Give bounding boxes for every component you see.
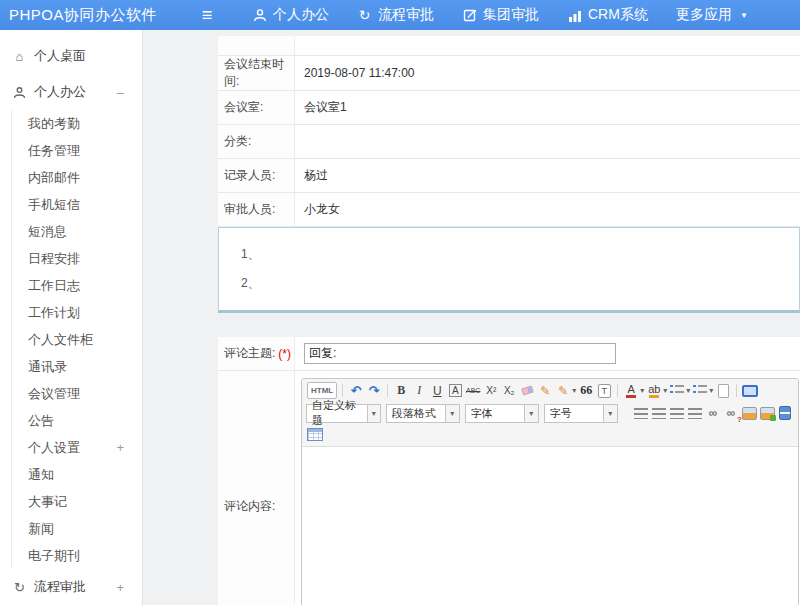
heading-dropdown[interactable]: 自定义标题 ▾ xyxy=(306,404,381,423)
toolbar-divider xyxy=(342,384,343,397)
sidebar-item-news[interactable]: 新闻 xyxy=(0,515,142,542)
collapse-icon[interactable]: – xyxy=(117,85,124,100)
sidebar-item-workflow-approval[interactable]: ↻ 流程审批 + xyxy=(0,569,142,605)
expand-icon[interactable]: + xyxy=(116,434,124,461)
person-icon xyxy=(11,86,28,99)
superscript-icon[interactable]: X² xyxy=(483,382,499,399)
comment-subject-input[interactable] xyxy=(304,343,616,364)
home-icon: ⌂ xyxy=(11,49,28,64)
sidebar-item-notice[interactable]: 通知 xyxy=(0,461,142,488)
expand-icon[interactable]: + xyxy=(116,580,124,595)
nav-crm-system[interactable]: CRM系统 xyxy=(567,6,648,24)
caret-down-icon[interactable]: ▾ xyxy=(663,386,667,395)
sidebar-item-internal-mail[interactable]: 内部邮件 xyxy=(0,164,142,191)
sidebar-item-attendance[interactable]: 我的考勤 xyxy=(0,110,142,137)
field-label: 会议结束时间: xyxy=(218,56,295,90)
paragraph-format-dropdown[interactable]: 段落格式 ▾ xyxy=(386,404,460,423)
table-row-comment-subject: 评论主题: (*) xyxy=(218,337,800,371)
html-source-button[interactable]: HTML xyxy=(307,382,337,399)
sidebar-item-personal-office[interactable]: 个人办公 – xyxy=(0,74,142,110)
ordered-list-icon[interactable] xyxy=(669,382,685,399)
sidebar-item-personal-settings[interactable]: 个人设置 + xyxy=(0,434,142,461)
sidebar-item-e-journal[interactable]: 电子期刊 xyxy=(0,542,142,569)
nav-label: 流程审批 xyxy=(378,6,434,24)
refresh-icon: ↻ xyxy=(357,8,372,23)
main-content: 会议结束时间: 2019-08-07 11:47:00 会议室: 会议室1 分类… xyxy=(144,30,800,605)
caret-down-icon[interactable]: ▾ xyxy=(709,386,713,395)
remove-link-icon[interactable]: ∞ xyxy=(723,405,739,422)
bold-icon[interactable]: B xyxy=(393,382,409,399)
comment-subject-label: 评论主题: xyxy=(224,345,275,362)
editor-toolbar: HTML ↶ ↷ B I U A ABC X² X₂ xyxy=(302,379,798,447)
meeting-content-row: 1、 2、 xyxy=(218,227,800,313)
paint-pen-icon[interactable]: ✎ xyxy=(555,382,571,399)
paste-as-text-icon[interactable]: T xyxy=(596,382,612,399)
fullscreen-icon[interactable] xyxy=(742,382,758,399)
table-row-meeting-room: 会议室: 会议室1 xyxy=(218,91,800,125)
sidebar-item-task-management[interactable]: 任务管理 xyxy=(0,137,142,164)
sidebar-item-work-plan[interactable]: 工作计划 xyxy=(0,299,142,326)
sidebar-item-personal-files[interactable]: 个人文件柜 xyxy=(0,326,142,353)
new-page-icon[interactable] xyxy=(715,382,731,399)
caret-down-icon[interactable]: ▾ xyxy=(572,386,576,395)
hamburger-menu-icon[interactable]: ≡ xyxy=(190,5,224,26)
strikethrough-icon[interactable]: ABC xyxy=(465,382,481,399)
sidebar-item-announcement[interactable]: 公告 xyxy=(0,407,142,434)
toolbar-row-1: HTML ↶ ↷ B I U A ABC X² X₂ xyxy=(306,380,794,401)
nav-more-apps[interactable]: 更多应用 ▼ xyxy=(676,6,748,24)
sidebar-item-mobile-sms[interactable]: 手机短信 xyxy=(0,191,142,218)
unordered-list-icon[interactable] xyxy=(692,382,708,399)
sidebar-item-label: 个人设置 xyxy=(28,440,80,455)
nav-workflow-approval[interactable]: ↻ 流程审批 xyxy=(357,6,434,24)
field-label: 记录人员: xyxy=(218,159,295,192)
caret-down-icon: ▾ xyxy=(603,405,617,422)
sidebar: ⌂ 个人桌面 个人办公 – 我的考勤 任务管理 内部邮件 手机短信 短消息 日程… xyxy=(0,30,143,605)
underline-icon[interactable]: U xyxy=(429,382,445,399)
blockquote-icon[interactable]: 66 xyxy=(578,382,594,399)
sidebar-item-memorabilia[interactable]: 大事记 xyxy=(0,488,142,515)
sidebar-item-work-log[interactable]: 工作日志 xyxy=(0,272,142,299)
align-left-icon[interactable] xyxy=(633,405,649,422)
content-line: 1、 xyxy=(241,240,799,269)
meeting-content-box: 1、 2、 xyxy=(218,227,800,313)
sidebar-item-short-message[interactable]: 短消息 xyxy=(0,218,142,245)
field-value xyxy=(295,125,800,158)
sidebar-item-label: 流程审批 xyxy=(34,578,86,596)
table-row-meeting-end-time: 会议结束时间: 2019-08-07 11:47:00 xyxy=(218,56,800,91)
sidebar-item-schedule[interactable]: 日程安排 xyxy=(0,245,142,272)
font-size-dropdown[interactable]: 字号 ▾ xyxy=(544,404,618,423)
font-style-icon[interactable]: A xyxy=(449,384,462,397)
nav-label: 更多应用 xyxy=(676,6,732,24)
insert-table-icon[interactable] xyxy=(307,426,323,443)
align-center-icon[interactable] xyxy=(651,405,667,422)
caret-down-icon[interactable]: ▾ xyxy=(640,386,644,395)
font-color-icon[interactable]: A xyxy=(623,382,639,399)
editor-content-area[interactable] xyxy=(302,447,798,605)
sidebar-item-contacts[interactable]: 通讯录 xyxy=(0,353,142,380)
content-line: 2、 xyxy=(241,269,799,298)
upload-image-icon[interactable] xyxy=(759,405,775,422)
caret-down-icon[interactable]: ▾ xyxy=(686,386,690,395)
align-right-icon[interactable] xyxy=(669,405,685,422)
subscript-icon[interactable]: X₂ xyxy=(501,382,517,399)
align-justify-icon[interactable] xyxy=(687,405,703,422)
font-family-dropdown[interactable]: 字体 ▾ xyxy=(465,404,539,423)
italic-icon[interactable]: I xyxy=(411,382,427,399)
caret-down-icon: ▾ xyxy=(524,405,538,422)
insert-image-icon[interactable] xyxy=(741,405,757,422)
insert-media-icon[interactable] xyxy=(777,405,793,422)
sidebar-item-meeting-management[interactable]: 会议管理 xyxy=(0,380,142,407)
sidebar-item-personal-desktop[interactable]: ⌂ 个人桌面 xyxy=(0,38,142,74)
nav-personal-office[interactable]: 个人办公 xyxy=(252,6,329,24)
insert-link-icon[interactable]: ∞ xyxy=(705,405,721,422)
toolbar-row-3 xyxy=(306,425,794,444)
caret-down-icon: ▾ xyxy=(367,405,380,422)
remove-format-icon[interactable] xyxy=(519,382,535,399)
format-brush-icon[interactable]: ✎ xyxy=(537,382,553,399)
field-label: 审批人员: xyxy=(218,193,295,226)
highlight-color-icon[interactable]: ab xyxy=(646,382,662,399)
undo-icon[interactable]: ↶ xyxy=(348,382,364,399)
redo-icon[interactable]: ↷ xyxy=(366,382,382,399)
nav-group-approval[interactable]: 集团审批 xyxy=(462,6,539,24)
person-icon xyxy=(252,8,267,23)
